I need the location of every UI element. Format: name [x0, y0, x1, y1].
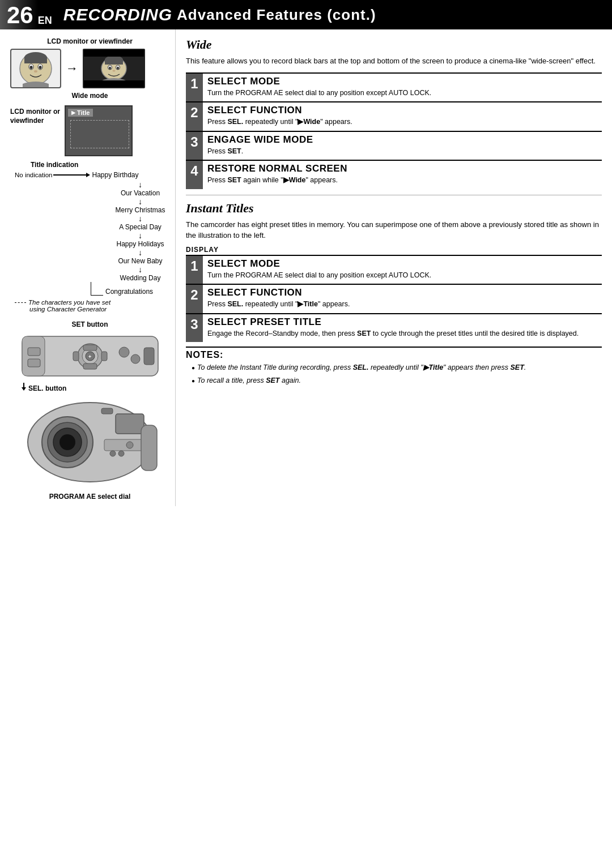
instant-titles-title: Instant Titles: [186, 201, 602, 216]
section-divider: [186, 195, 602, 195]
notes-list: To delete the Instant Title during recor…: [186, 362, 602, 386]
wide-bar-bottom: [84, 80, 144, 87]
svg-rect-36: [116, 414, 144, 434]
instant-step-3: 3 SELECT PRESET TITLE Engage the Record–…: [186, 313, 602, 343]
lcd-monitor-label: LCD monitor or viewfinder: [10, 37, 169, 45]
svg-point-41: [110, 451, 116, 456]
svg-point-13: [109, 67, 111, 70]
svg-point-29: [131, 354, 140, 364]
title-text: Title: [77, 109, 90, 116]
instant-step-1-content: SELECT MODE Turn the PROGRAM AE select d…: [203, 256, 602, 284]
instant-step-2-header: SELECT FUNCTION: [207, 287, 598, 298]
no-indication-text: No indication: [15, 172, 52, 178]
title-special-day: A Special Day: [119, 223, 162, 231]
wide-section-desc: This feature allows you to record black …: [186, 55, 602, 67]
wide-step-2: 2 SELECT FUNCTION Press SEL. repeatedly …: [186, 101, 602, 131]
instant-step-number-1: 1: [186, 256, 203, 284]
note-item-1: To delete the Instant Title during recor…: [192, 362, 602, 373]
step-1-header: SELECT MODE: [207, 76, 598, 87]
title-merry-christmas: Merry Christmas: [115, 206, 165, 214]
svg-point-5: [30, 66, 33, 69]
characters-note-part2: using Character Generator: [29, 306, 169, 313]
set-button-label: SET button: [10, 320, 169, 328]
wide-section: Wide This feature allows you to record b…: [186, 37, 602, 189]
svg-rect-2: [24, 57, 47, 63]
wide-step-1: 1 SELECT MODE Turn the PROGRAM AE select…: [186, 72, 602, 102]
sel-button-label: SEL. button: [28, 384, 66, 392]
step-4-header: RESTORE NORMAL SCREEN: [207, 163, 598, 174]
subtitle-label: Advanced Features (cont.): [177, 6, 376, 24]
svg-point-6: [39, 66, 42, 69]
page-header: 26 EN RECORDING Advanced Features (cont.…: [0, 0, 612, 29]
svg-rect-18: [28, 348, 40, 356]
title-our-vacation: Our Vacation: [121, 189, 160, 197]
step-3-header: ENGAGE WIDE MODE: [207, 134, 598, 146]
buttons-diagram: SET button: [10, 320, 169, 501]
title-indication-label: Title indication: [31, 161, 169, 169]
svg-point-38: [126, 442, 133, 448]
step-3-body: Press SET.: [207, 147, 598, 157]
svg-rect-39: [141, 425, 157, 471]
step-2-content: SELECT FUNCTION Press SEL. repeatedly un…: [203, 102, 602, 131]
svg-text:+: +: [88, 354, 91, 360]
note-item-2: To recall a title, press SET again.: [192, 375, 602, 386]
wide-mode-label: Wide mode: [10, 92, 169, 100]
svg-point-28: [119, 347, 129, 357]
svg-rect-19: [28, 359, 40, 367]
svg-point-15: [113, 70, 116, 72]
instant-step-1-body: Turn the PROGRAM AE select dial to any p…: [207, 271, 598, 281]
camera-top-controls: +: [16, 331, 164, 383]
lcd-wide-box: [83, 49, 145, 88]
instant-step-2-body: Press SEL. repeatedly until "▶Title" app…: [207, 300, 598, 310]
display-label: DISPLAY: [186, 246, 602, 254]
title-wedding-day: Wedding Day: [120, 274, 161, 282]
title-happy-birthday: Happy Birthday: [92, 171, 138, 179]
step-number-1: 1: [186, 74, 203, 102]
title-congratulations: Congratulations: [105, 288, 153, 296]
play-icon: ▶: [71, 110, 75, 116]
wide-section-title: Wide: [186, 37, 602, 52]
instant-step-number-3: 3: [186, 314, 203, 343]
step-3-content: ENGAGE WIDE MODE Press SET.: [203, 132, 602, 160]
step-number-3: 3: [186, 132, 203, 160]
wide-step-3: 3 ENGAGE WIDE MODE Press SET.: [186, 131, 602, 160]
program-ae-label: PROGRAM AE select dial: [10, 493, 169, 501]
step-4-body: Press SET again while "▶Wide" appears.: [207, 176, 598, 186]
page-number: 26: [0, 0, 38, 29]
svg-rect-30: [144, 348, 154, 365]
viewfinder-box: ▶ Title: [65, 105, 133, 156]
viewfinder-label: LCD monitor or viewfinder: [10, 105, 60, 125]
wide-inner-face: [90, 55, 138, 82]
wide-bar-top: [84, 50, 144, 57]
instant-step-2-content: SELECT FUNCTION Press SEL. repeatedly un…: [203, 285, 602, 313]
instant-step-3-header: SELECT PRESET TITLE: [207, 317, 598, 328]
instant-titles-desc: The camcorder has eight preset titles in…: [186, 219, 602, 241]
instant-step-number-2: 2: [186, 285, 203, 313]
left-column: LCD monitor or viewfinder: [0, 29, 176, 506]
instant-step-1-header: SELECT MODE: [207, 258, 598, 270]
lcd-comparison-row: →: [10, 49, 169, 88]
viewfinder-title-bar: ▶ Title: [68, 109, 93, 117]
recording-label: RECORDING: [63, 5, 172, 24]
right-arrow: →: [66, 61, 78, 76]
right-column: Wide This feature allows you to record b…: [176, 29, 612, 506]
lcd-normal-box: [10, 49, 61, 88]
step-number-2: 2: [186, 102, 203, 131]
wide-step-4: 4 RESTORE NORMAL SCREEN Press SET again …: [186, 160, 602, 189]
svg-rect-24: [73, 352, 79, 361]
page-suffix: EN: [38, 15, 52, 29]
step-2-body: Press SEL. repeatedly until "▶Wide" appe…: [207, 117, 598, 127]
svg-rect-23: [83, 364, 97, 369]
title-our-new-baby: Our New Baby: [118, 257, 162, 265]
svg-rect-22: [83, 345, 97, 350]
svg-rect-17: [22, 336, 45, 376]
characters-note-part1: The characters you have set: [28, 299, 110, 306]
svg-point-42: [118, 451, 124, 456]
instant-step-3-content: SELECT PRESET TITLE Engage the Record–St…: [203, 314, 602, 343]
title-tree: No indication Happy Birthday ↓ Our Vacat…: [15, 171, 169, 313]
svg-rect-40: [101, 408, 113, 414]
notes-title: NOTES:: [186, 350, 602, 360]
instant-step-2: 2 SELECT FUNCTION Press SEL. repeatedly …: [186, 284, 602, 313]
instant-step-3-body: Engage the Record–Standby mode, then pre…: [207, 329, 598, 339]
main-content: LCD monitor or viewfinder: [0, 29, 612, 506]
